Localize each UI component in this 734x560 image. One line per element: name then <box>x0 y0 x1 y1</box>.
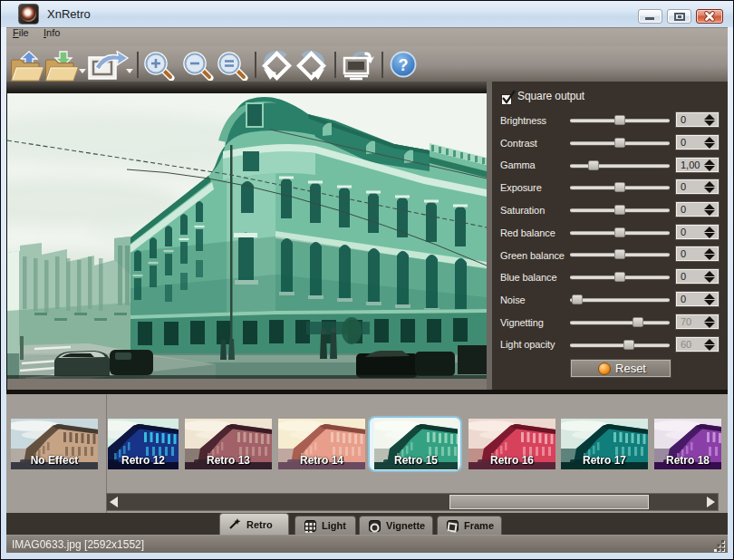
svg-text:?: ? <box>399 56 409 74</box>
